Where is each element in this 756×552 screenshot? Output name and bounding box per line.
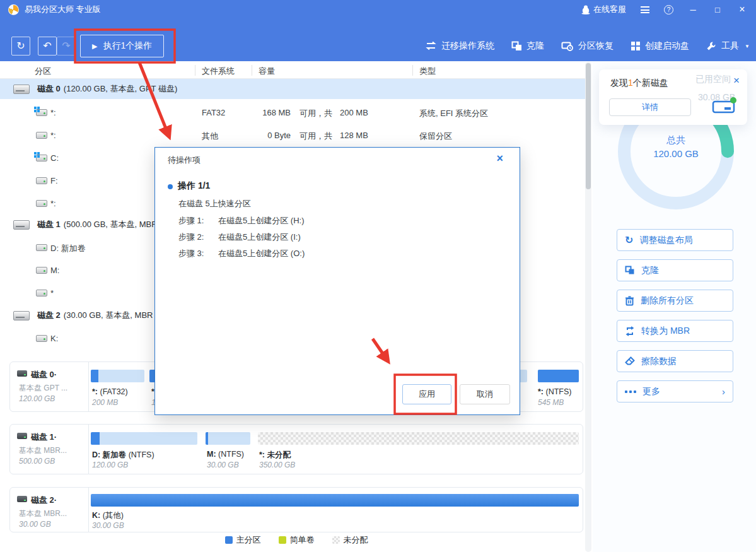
notice-close-icon[interactable]: × [733, 74, 740, 87]
operation-bullet [168, 184, 173, 189]
online-service-button[interactable]: 在线客服 [581, 4, 626, 15]
menu-create-bootable[interactable]: 创建启动盘 [631, 40, 689, 52]
convert-icon [625, 326, 635, 336]
chevron-down-icon: ▼ [745, 44, 750, 49]
scrollbar-thumb[interactable] [586, 63, 591, 189]
wrench-icon [706, 41, 717, 51]
maximize-button[interactable]: □ [712, 5, 723, 15]
qq-icon [581, 5, 590, 15]
trash-icon [625, 296, 634, 306]
details-button[interactable]: 详情 [609, 98, 691, 116]
new-disk-icon [710, 93, 738, 119]
disk1-name: 磁盘 1 [37, 219, 61, 230]
app-logo-icon [8, 4, 19, 15]
disk2-partition-k-bar[interactable] [91, 494, 579, 507]
disk0-info: (120.00 GB, 基本盘, GPT 磁盘) [64, 83, 177, 95]
redo-button[interactable]: ↷ [57, 37, 76, 56]
legend: 主分区 简单卷 未分配 [0, 534, 593, 546]
overview-disk1-card: 磁盘 1· 基本盘 MBR... 500.00 GB D: 新加卷 (NTFS)… [9, 424, 583, 474]
adjust-layout-button[interactable]: ↻ 调整磁盘布局 [617, 229, 733, 251]
delete-all-partitions-button[interactable]: 删除所有分区 [617, 290, 733, 312]
eraser-icon [625, 356, 635, 366]
migrate-os-icon [425, 42, 437, 50]
disk-icon [13, 85, 30, 94]
partition-icon [36, 177, 47, 184]
disk1-info: (500.00 GB, 基本盘, MBR [64, 219, 158, 230]
disk0-name: 磁盘 0 [37, 83, 61, 95]
disk2-name: 磁盘 2 [37, 310, 61, 321]
partition-icon [36, 267, 47, 274]
cancel-button[interactable]: 取消 [460, 384, 510, 404]
close-button[interactable]: × [737, 4, 747, 15]
disk1-partition-d-bar[interactable] [91, 432, 197, 445]
partition-system-icon [36, 155, 47, 161]
disk1-unallocated-bar[interactable] [258, 432, 579, 445]
play-icon: ▶ [92, 42, 97, 50]
partition-system-icon [36, 109, 47, 116]
donut-center-label: 总共 120.00 GB [638, 134, 714, 159]
partition-icon [36, 244, 47, 251]
menu-migrate-os[interactable]: 迁移操作系统 [425, 40, 494, 52]
more-icon [625, 391, 636, 393]
convert-to-mbr-button[interactable]: 转换为 MBR [617, 320, 733, 342]
table-header: 分区 文件系统 容量 类型 [0, 62, 585, 79]
refresh-button[interactable]: ↻ [11, 37, 30, 56]
col-type: 类型 [419, 66, 436, 77]
partition-icon [36, 132, 47, 139]
notice-title: 发现1个新磁盘 [610, 78, 668, 89]
apply-button[interactable]: 应用 [402, 384, 451, 404]
pending-operations-dialog: 待操作项 × 操作 1/1 在磁盘 5上快速分区 步骤 1:在磁盘5上创建分区 … [154, 147, 520, 415]
wipe-data-button[interactable]: 擦除数据 [617, 350, 733, 372]
minimize-button[interactable]: ─ [688, 5, 698, 15]
legend-simple: 简单卷 [279, 534, 315, 546]
online-service-label: 在线客服 [593, 4, 626, 15]
disk1-partition-m-bar[interactable] [206, 432, 250, 445]
col-partition: 分区 [35, 66, 51, 77]
disk2-info: (30.00 GB, 基本盘, MBR [64, 310, 153, 321]
legend-unallocated: 未分配 [332, 534, 368, 546]
disk-icon [13, 220, 30, 230]
top-menu: 迁移操作系统 克隆 分区恢复 创建启动盘 工具 ▼ [425, 35, 750, 57]
app-title: 易我分区大师 专业版 [25, 4, 101, 15]
partition-row-reserved[interactable]: *: 其他 0 Byte可用，共128 MB 保留分区 [0, 124, 585, 147]
execute-operations-button[interactable]: ▶ 执行1个操作 [80, 35, 164, 57]
clone-icon [625, 266, 635, 275]
disk-icon [13, 311, 30, 320]
partition-row-efi[interactable]: *: FAT32 168 MB可用，共200 MB 系统, EFI 系统分区 [0, 102, 585, 124]
disk0-group-row[interactable]: 磁盘 0 (120.00 GB, 基本盘, GPT 磁盘) [0, 79, 585, 99]
titlebar: 易我分区大师 专业版 在线客服 ? ─ □ × [0, 0, 756, 19]
operation-header: 操作 1/1 [178, 180, 210, 192]
disk-icon [17, 496, 27, 502]
more-button[interactable]: 更多 › [617, 380, 733, 402]
execute-operations-label: 执行1个操作 [103, 40, 152, 52]
primary-partition-swatch [225, 536, 233, 544]
disk0-partition3-bar[interactable] [538, 370, 579, 382]
disk1-label-zone[interactable]: 磁盘 1· 基本盘 MBR... 500.00 GB [10, 425, 89, 474]
disk0-partition1-bar[interactable] [91, 370, 144, 382]
col-capacity: 容量 [259, 66, 275, 77]
disk2-label-zone[interactable]: 磁盘 2· 基本盘 MBR... 30.00 GB [10, 488, 89, 532]
create-bootable-icon [631, 41, 641, 51]
disk0-label-zone[interactable]: 磁盘 0· 基本盘 GPT ... 120.00 GB [10, 362, 89, 411]
menu-tools[interactable]: 工具 ▼ [706, 40, 750, 52]
partition-icon [36, 200, 47, 207]
operation-step: 步骤 1:在磁盘5上创建分区 (H:) [178, 215, 204, 226]
unallocated-swatch [332, 536, 340, 544]
dialog-title: 待操作项 [168, 155, 201, 166]
disk-icon [17, 433, 27, 439]
menu-clone[interactable]: 克隆 [511, 40, 544, 52]
overview-disk2-card: 磁盘 2· 基本盘 MBR... 30.00 GB K: (其他) 30.00 … [9, 487, 583, 532]
app-window: 易我分区大师 专业版 在线客服 ? ─ □ × ↻ ↶ ↷ ▶ 执行1个操作 迁… [0, 0, 756, 552]
help-icon[interactable]: ? [664, 5, 673, 15]
undo-button[interactable]: ↶ [38, 37, 57, 56]
chevron-right-icon: › [722, 386, 725, 397]
menu-partition-recovery[interactable]: 分区恢复 [561, 40, 614, 52]
used-space-label: 已用空间 [695, 74, 731, 85]
operation-step: 步骤 2:在磁盘5上创建分区 (I:) [178, 232, 204, 243]
col-filesystem: 文件系统 [202, 66, 235, 77]
operation-step: 步骤 3:在磁盘5上创建分区 (O:) [178, 248, 204, 259]
operation-list-icon[interactable] [641, 6, 649, 13]
clone-button[interactable]: 克隆 [617, 259, 733, 281]
simple-volume-swatch [279, 536, 286, 544]
dialog-close-icon[interactable]: × [496, 152, 503, 165]
